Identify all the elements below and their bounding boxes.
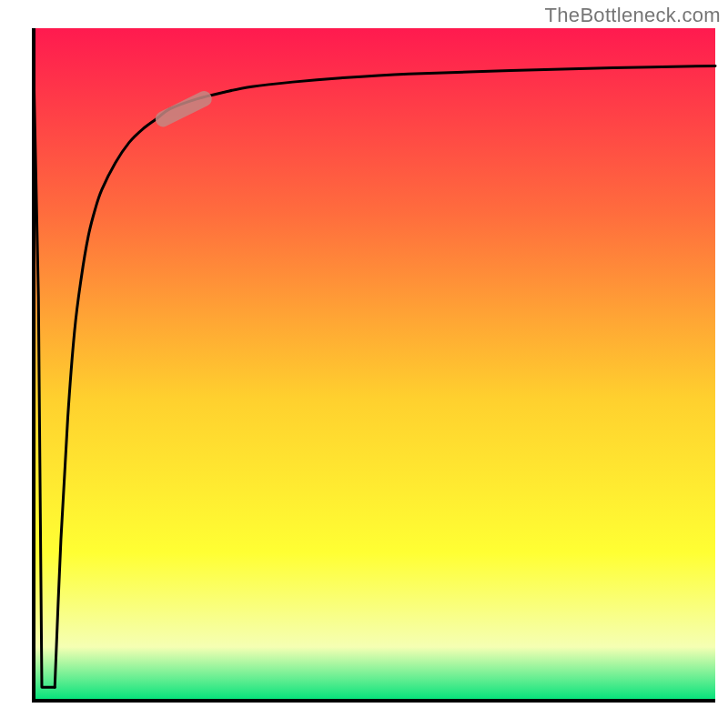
plot-svg	[0, 0, 728, 728]
plot-area	[0, 0, 728, 728]
watermark-text: TheBottleneck.com	[545, 4, 721, 27]
gradient-background	[34, 28, 715, 701]
chart-stage: TheBottleneck.com	[0, 0, 728, 728]
